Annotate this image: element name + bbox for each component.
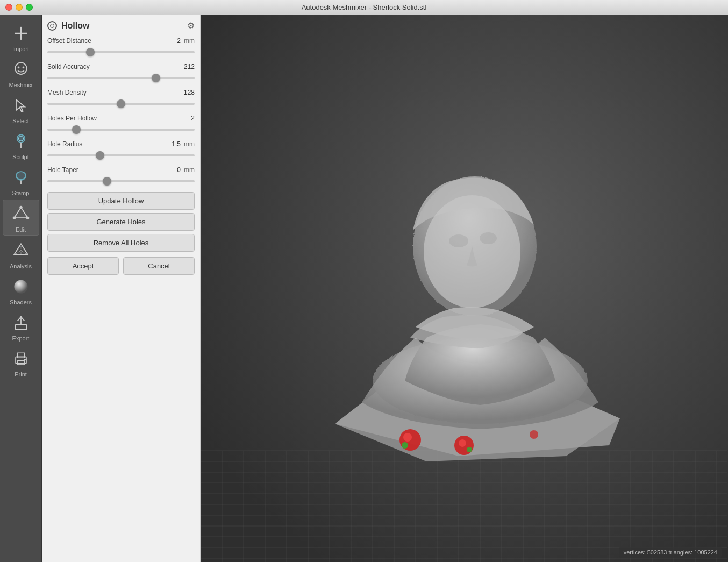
solid-accuracy-slider-container xyxy=(47,72,195,83)
svg-point-4 xyxy=(22,67,24,69)
svg-point-78 xyxy=(467,447,472,452)
sidebar-item-sculpt[interactable]: Sculpt xyxy=(3,127,39,162)
offset-distance-slider-container xyxy=(47,46,195,58)
hole-radius-unit: mm xyxy=(184,140,195,148)
offset-distance-value-unit: 2 mm xyxy=(177,37,195,45)
sidebar-item-print[interactable]: Print xyxy=(3,345,39,380)
mesh-density-slider[interactable] xyxy=(47,103,195,105)
stamp-label: Stamp xyxy=(12,190,30,196)
generate-holes-button[interactable]: Generate Holes xyxy=(47,213,195,231)
svg-point-28 xyxy=(24,359,26,361)
hollow-panel: Hollow ⚙ Offset Distance 2 mm Solid Accu… xyxy=(42,15,201,562)
select-label: Select xyxy=(12,118,29,124)
brush-icon xyxy=(10,131,32,152)
hole-radius-row: Hole Radius 1.5 mm xyxy=(47,140,195,148)
hole-radius-slider[interactable] xyxy=(47,154,195,156)
hole-radius-slider-container xyxy=(47,149,195,161)
sidebar-item-meshmix[interactable]: Meshmix xyxy=(3,55,39,90)
hole-radius-value-unit: 1.5 mm xyxy=(172,140,195,148)
status-text: vertices: 502583 triangles: 1005224 xyxy=(624,549,717,556)
sidebar-item-import[interactable]: Import xyxy=(3,19,39,54)
status-bar: vertices: 502583 triangles: 1005224 xyxy=(619,547,722,558)
left-toolbar: Import Meshmix Select xyxy=(0,15,42,562)
svg-point-22 xyxy=(14,280,27,293)
print-icon xyxy=(10,348,32,369)
sidebar-item-stamp[interactable]: Stamp xyxy=(3,163,39,198)
maximize-button[interactable] xyxy=(26,4,33,11)
window-title: Autodesk Meshmixer - Sherlock Solid.stl xyxy=(302,3,427,11)
print-label: Print xyxy=(15,371,27,378)
svg-point-7 xyxy=(18,136,23,141)
svg-point-2 xyxy=(15,62,27,74)
offset-distance-row: Offset Distance 2 mm xyxy=(47,37,195,45)
plus-icon xyxy=(10,23,32,44)
hole-taper-unit: mm xyxy=(184,166,195,174)
hole-taper-value: 0 xyxy=(177,166,181,174)
hole-taper-slider[interactable] xyxy=(47,180,195,182)
hole-taper-slider-container xyxy=(47,175,195,187)
panel-title: Hollow xyxy=(61,21,89,31)
panel-title-row: Hollow xyxy=(47,21,89,31)
face-icon xyxy=(10,59,32,80)
solid-accuracy-value: 212 xyxy=(184,63,195,70)
hollow-icon xyxy=(47,21,57,31)
svg-rect-23 xyxy=(15,325,27,330)
traffic-lights xyxy=(5,4,33,11)
panel-header: Hollow ⚙ xyxy=(47,20,195,31)
svg-point-74 xyxy=(403,433,412,442)
offset-distance-slider[interactable] xyxy=(47,51,195,53)
svg-point-79 xyxy=(530,430,538,439)
solid-accuracy-slider[interactable] xyxy=(47,77,195,79)
offset-distance-unit: mm xyxy=(184,37,195,45)
hole-taper-row: Hole Taper 0 mm xyxy=(47,166,195,174)
sidebar-item-shaders[interactable]: Shaders xyxy=(3,273,39,308)
offset-distance-value: 2 xyxy=(177,37,181,45)
select-arrow-icon xyxy=(10,95,32,116)
svg-marker-5 xyxy=(16,99,25,112)
sphere-icon xyxy=(10,276,32,297)
solid-accuracy-row: Solid Accuracy 212 xyxy=(47,63,195,70)
remove-all-holes-button[interactable]: Remove All Holes xyxy=(47,234,195,252)
export-icon xyxy=(10,312,32,333)
svg-point-72 xyxy=(480,232,497,244)
offset-distance-label: Offset Distance xyxy=(47,37,91,45)
close-button[interactable] xyxy=(5,4,12,11)
holes-per-hollow-value: 2 xyxy=(191,115,195,122)
mesh-density-row: Mesh Density 128 xyxy=(47,89,195,96)
holes-per-hollow-label: Holes Per Hollow xyxy=(47,115,97,122)
cancel-button[interactable]: Cancel xyxy=(123,257,195,275)
hole-taper-label: Hole Taper xyxy=(47,166,78,174)
svg-point-77 xyxy=(459,439,466,447)
accept-cancel-row: Accept Cancel xyxy=(47,257,195,275)
holes-per-hollow-slider-container xyxy=(47,123,195,135)
holes-per-hollow-slider[interactable] xyxy=(47,129,195,131)
sidebar-item-edit[interactable]: Edit xyxy=(3,200,39,236)
hole-taper-value-unit: 0 mm xyxy=(177,166,195,174)
sidebar-item-select[interactable]: Select xyxy=(3,91,39,126)
analysis-icon xyxy=(10,240,32,261)
3d-viewport[interactable]: vertices: 502583 triangles: 1005224 xyxy=(201,15,728,562)
mesh-density-label: Mesh Density xyxy=(47,89,87,96)
import-label: Import xyxy=(12,46,29,52)
svg-marker-11 xyxy=(14,207,27,218)
stamp-icon xyxy=(10,167,32,188)
gear-button[interactable]: ⚙ xyxy=(187,20,195,31)
sidebar-item-analysis[interactable]: Analysis xyxy=(3,237,39,272)
svg-line-16 xyxy=(21,207,28,218)
3d-model xyxy=(201,15,728,562)
accept-button[interactable]: Accept xyxy=(47,257,119,275)
sidebar-item-export[interactable]: Export xyxy=(3,309,39,344)
update-hollow-button[interactable]: Update Hollow xyxy=(47,192,195,210)
sculpt-label: Sculpt xyxy=(12,154,29,160)
minimize-button[interactable] xyxy=(16,4,23,11)
analysis-label: Analysis xyxy=(10,263,32,269)
svg-point-71 xyxy=(449,234,468,247)
hole-radius-label: Hole Radius xyxy=(47,140,82,148)
svg-point-3 xyxy=(17,67,19,69)
mesh-density-value: 128 xyxy=(184,89,195,96)
hole-radius-value: 1.5 xyxy=(172,140,181,148)
svg-point-9 xyxy=(16,172,26,179)
meshmix-label: Meshmix xyxy=(9,82,32,88)
titlebar: Autodesk Meshmixer - Sherlock Solid.stl xyxy=(0,0,728,15)
holes-per-hollow-row: Holes Per Hollow 2 xyxy=(47,115,195,122)
